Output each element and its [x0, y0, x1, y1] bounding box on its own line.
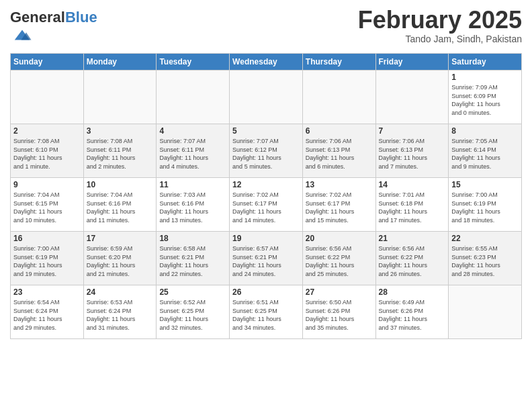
- day-info: Sunrise: 7:04 AM Sunset: 6:16 PM Dayligh…: [87, 191, 154, 224]
- table-row: 1Sunrise: 7:09 AM Sunset: 6:09 PM Daylig…: [449, 71, 522, 124]
- logo: GeneralBlue: [10, 10, 97, 48]
- calendar-header-row: Sunday Monday Tuesday Wednesday Thursday…: [11, 54, 522, 71]
- table-row: 6Sunrise: 7:06 AM Sunset: 6:13 PM Daylig…: [302, 124, 375, 178]
- table-row: 14Sunrise: 7:01 AM Sunset: 6:18 PM Dayli…: [375, 178, 449, 232]
- table-row: 7Sunrise: 7:06 AM Sunset: 6:13 PM Daylig…: [375, 124, 449, 178]
- day-number: 1: [451, 73, 519, 82]
- table-row: 21Sunrise: 6:56 AM Sunset: 6:22 PM Dayli…: [375, 232, 449, 285]
- table-row: [375, 71, 449, 124]
- day-info: Sunrise: 6:54 AM Sunset: 6:24 PM Dayligh…: [13, 298, 81, 332]
- calendar-week-row: 23Sunrise: 6:54 AM Sunset: 6:24 PM Dayli…: [11, 285, 522, 339]
- day-info: Sunrise: 6:56 AM Sunset: 6:22 PM Dayligh…: [379, 244, 446, 278]
- table-row: [230, 71, 303, 124]
- day-number: 22: [451, 234, 519, 243]
- day-number: 9: [13, 180, 81, 189]
- table-row: 4Sunrise: 7:07 AM Sunset: 6:11 PM Daylig…: [157, 124, 230, 178]
- table-row: 3Sunrise: 7:08 AM Sunset: 6:11 PM Daylig…: [83, 124, 157, 178]
- table-row: 22Sunrise: 6:55 AM Sunset: 6:23 PM Dayli…: [449, 232, 522, 285]
- col-friday: Friday: [375, 54, 449, 71]
- day-info: Sunrise: 7:02 AM Sunset: 6:17 PM Dayligh…: [232, 191, 300, 224]
- day-number: 5: [232, 126, 300, 136]
- day-number: 21: [379, 234, 446, 243]
- day-info: Sunrise: 7:06 AM Sunset: 6:13 PM Dayligh…: [306, 137, 373, 171]
- location: Tando Jam, Sindh, Pakistan: [358, 34, 522, 44]
- calendar-table: Sunday Monday Tuesday Wednesday Thursday…: [10, 53, 522, 339]
- table-row: 25Sunrise: 6:52 AM Sunset: 6:25 PM Dayli…: [157, 285, 230, 339]
- day-number: 8: [451, 126, 519, 136]
- day-info: Sunrise: 6:57 AM Sunset: 6:21 PM Dayligh…: [232, 244, 300, 278]
- table-row: 18Sunrise: 6:58 AM Sunset: 6:21 PM Dayli…: [157, 232, 230, 285]
- day-info: Sunrise: 7:04 AM Sunset: 6:15 PM Dayligh…: [13, 191, 81, 224]
- day-number: 24: [87, 287, 154, 297]
- day-info: Sunrise: 7:07 AM Sunset: 6:11 PM Dayligh…: [159, 137, 226, 171]
- table-row: [157, 71, 230, 124]
- logo-text: GeneralBlue: [10, 10, 97, 25]
- day-info: Sunrise: 7:08 AM Sunset: 6:11 PM Dayligh…: [87, 137, 154, 171]
- table-row: 26Sunrise: 6:51 AM Sunset: 6:25 PM Dayli…: [230, 285, 303, 339]
- day-number: 25: [159, 287, 226, 297]
- table-row: 16Sunrise: 7:00 AM Sunset: 6:19 PM Dayli…: [11, 232, 84, 285]
- day-number: 27: [306, 287, 373, 297]
- day-number: 19: [232, 234, 300, 243]
- day-number: 18: [159, 234, 226, 243]
- logo-blue: Blue: [65, 9, 97, 26]
- day-info: Sunrise: 6:49 AM Sunset: 6:26 PM Dayligh…: [379, 298, 446, 332]
- day-info: Sunrise: 6:58 AM Sunset: 6:21 PM Dayligh…: [159, 244, 226, 278]
- day-info: Sunrise: 7:03 AM Sunset: 6:16 PM Dayligh…: [159, 191, 226, 224]
- day-number: 11: [159, 180, 226, 189]
- table-row: 23Sunrise: 6:54 AM Sunset: 6:24 PM Dayli…: [11, 285, 84, 339]
- day-info: Sunrise: 6:52 AM Sunset: 6:25 PM Dayligh…: [159, 298, 226, 332]
- col-thursday: Thursday: [302, 54, 375, 71]
- table-row: 20Sunrise: 6:56 AM Sunset: 6:22 PM Dayli…: [302, 232, 375, 285]
- month-title: February 2025: [358, 7, 522, 34]
- day-number: 17: [87, 234, 154, 243]
- header: GeneralBlue February 2025 Tando Jam, Sin…: [10, 7, 522, 48]
- table-row: 12Sunrise: 7:02 AM Sunset: 6:17 PM Dayli…: [230, 178, 303, 232]
- table-row: 9Sunrise: 7:04 AM Sunset: 6:15 PM Daylig…: [11, 178, 84, 232]
- day-number: 6: [306, 126, 373, 136]
- table-row: 11Sunrise: 7:03 AM Sunset: 6:16 PM Dayli…: [157, 178, 230, 232]
- table-row: 2Sunrise: 7:08 AM Sunset: 6:10 PM Daylig…: [11, 124, 84, 178]
- day-info: Sunrise: 7:09 AM Sunset: 6:09 PM Dayligh…: [451, 83, 519, 117]
- table-row: 24Sunrise: 6:53 AM Sunset: 6:24 PM Dayli…: [83, 285, 157, 339]
- day-info: Sunrise: 7:08 AM Sunset: 6:10 PM Dayligh…: [13, 137, 81, 171]
- day-number: 14: [379, 180, 446, 189]
- logo-icon: [12, 25, 32, 45]
- day-info: Sunrise: 7:07 AM Sunset: 6:12 PM Dayligh…: [232, 137, 300, 171]
- day-info: Sunrise: 6:50 AM Sunset: 6:26 PM Dayligh…: [306, 298, 373, 332]
- table-row: 17Sunrise: 6:59 AM Sunset: 6:20 PM Dayli…: [83, 232, 157, 285]
- table-row: 19Sunrise: 6:57 AM Sunset: 6:21 PM Dayli…: [230, 232, 303, 285]
- calendar-week-row: 2Sunrise: 7:08 AM Sunset: 6:10 PM Daylig…: [11, 124, 522, 178]
- day-info: Sunrise: 7:00 AM Sunset: 6:19 PM Dayligh…: [451, 191, 519, 224]
- day-number: 15: [451, 180, 519, 189]
- day-number: 28: [379, 287, 446, 297]
- table-row: 28Sunrise: 6:49 AM Sunset: 6:26 PM Dayli…: [375, 285, 449, 339]
- day-info: Sunrise: 7:02 AM Sunset: 6:17 PM Dayligh…: [306, 191, 373, 224]
- day-number: 20: [306, 234, 373, 243]
- day-info: Sunrise: 6:56 AM Sunset: 6:22 PM Dayligh…: [306, 244, 373, 278]
- day-number: 4: [159, 126, 226, 136]
- col-tuesday: Tuesday: [157, 54, 230, 71]
- day-info: Sunrise: 7:00 AM Sunset: 6:19 PM Dayligh…: [13, 244, 81, 278]
- calendar-week-row: 9Sunrise: 7:04 AM Sunset: 6:15 PM Daylig…: [11, 178, 522, 232]
- table-row: [11, 71, 84, 124]
- table-row: 10Sunrise: 7:04 AM Sunset: 6:16 PM Dayli…: [83, 178, 157, 232]
- col-saturday: Saturday: [449, 54, 522, 71]
- day-info: Sunrise: 7:05 AM Sunset: 6:14 PM Dayligh…: [451, 137, 519, 171]
- table-row: 13Sunrise: 7:02 AM Sunset: 6:17 PM Dayli…: [302, 178, 375, 232]
- day-number: 3: [87, 126, 154, 136]
- day-info: Sunrise: 6:51 AM Sunset: 6:25 PM Dayligh…: [232, 298, 300, 332]
- day-number: 13: [306, 180, 373, 189]
- day-info: Sunrise: 7:06 AM Sunset: 6:13 PM Dayligh…: [379, 137, 446, 171]
- day-info: Sunrise: 6:55 AM Sunset: 6:23 PM Dayligh…: [451, 244, 519, 278]
- calendar-week-row: 1Sunrise: 7:09 AM Sunset: 6:09 PM Daylig…: [11, 71, 522, 124]
- day-number: 7: [379, 126, 446, 136]
- table-row: 15Sunrise: 7:00 AM Sunset: 6:19 PM Dayli…: [449, 178, 522, 232]
- day-number: 26: [232, 287, 300, 297]
- day-info: Sunrise: 6:53 AM Sunset: 6:24 PM Dayligh…: [87, 298, 154, 332]
- col-sunday: Sunday: [11, 54, 84, 71]
- day-info: Sunrise: 6:59 AM Sunset: 6:20 PM Dayligh…: [87, 244, 154, 278]
- day-info: Sunrise: 7:01 AM Sunset: 6:18 PM Dayligh…: [379, 191, 446, 224]
- day-number: 16: [13, 234, 81, 243]
- table-row: [302, 71, 375, 124]
